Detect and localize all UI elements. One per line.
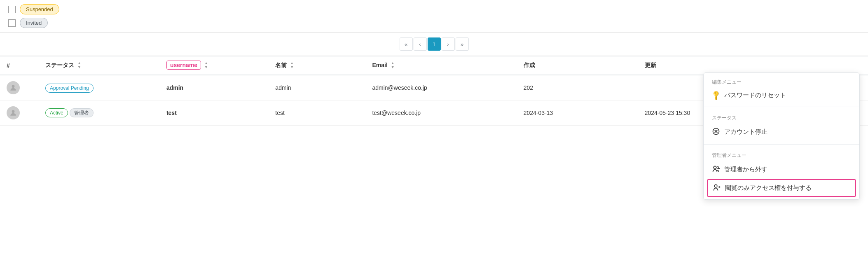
person-plus-icon [713, 183, 721, 193]
svg-point-5 [714, 166, 716, 169]
row1-username: admin [160, 75, 269, 100]
divider-1 [704, 107, 859, 107]
svg-point-7 [714, 185, 717, 187]
svg-point-1 [12, 110, 15, 113]
divider-2 [704, 144, 859, 145]
svg-point-0 [12, 85, 15, 88]
invited-filter-row: Invited [8, 18, 48, 28]
suspend-account-item[interactable]: アカウント停止 [704, 123, 859, 141]
pagination: « ‹ 1 › » [400, 37, 469, 51]
table-header-row: # ステータス ▲▼ username ▲▼ [0, 56, 868, 75]
avatar [7, 106, 20, 119]
key-icon: 🔑 [710, 90, 722, 101]
row2-created: 2024-03-13 [517, 100, 638, 125]
person-minus-icon [712, 165, 720, 174]
th-name: 名前 ▲▼ [269, 56, 365, 75]
suspended-badge: Suspended [20, 4, 59, 14]
status-section: ステータス アカウント停止 [704, 109, 859, 143]
th-hash: # [0, 56, 39, 75]
dropdown-menu: 編集メニュー 🔑 パスワードのリセット ステータス [703, 72, 860, 200]
reset-password-item[interactable]: 🔑 パスワードのリセット [704, 87, 859, 103]
row1-status: Approval Pending [39, 75, 160, 100]
suspended-filter-row: Suspended [8, 4, 59, 14]
invited-checkbox[interactable] [8, 19, 16, 27]
first-page-button[interactable]: « [400, 37, 413, 51]
suspended-checkbox[interactable] [8, 6, 16, 13]
row2-status: Active 管理者 [39, 100, 160, 125]
username-sort-icon[interactable]: ▲▼ [204, 61, 208, 70]
row1-email: admin@weseek.co.jp [365, 75, 517, 100]
row1-hash [0, 75, 39, 100]
email-sort-icon[interactable]: ▲▼ [391, 61, 395, 70]
invited-badge: Invited [20, 18, 48, 28]
th-status: ステータス ▲▼ [39, 56, 160, 75]
row2-email: test@weseek.co.jp [365, 100, 517, 125]
admin-section-label: 管理者メニュー [704, 150, 859, 161]
edit-section-label: 編集メニュー [704, 77, 859, 87]
th-email: Email ▲▼ [365, 56, 517, 75]
row2-hash [0, 100, 39, 125]
active-badge: Active [45, 108, 68, 117]
current-page-button[interactable]: 1 [428, 37, 441, 51]
status-sort-icon[interactable]: ▲▼ [77, 61, 81, 70]
remove-admin-item[interactable]: 管理者から外す [704, 161, 859, 178]
prev-page-button[interactable]: ‹ [414, 37, 427, 51]
status-section-label: ステータス [704, 113, 859, 123]
users-table-container: # ステータス ▲▼ username ▲▼ [0, 56, 868, 126]
approval-pending-badge: Approval Pending [45, 84, 94, 93]
th-updated: 更新 [638, 56, 795, 75]
next-page-button[interactable]: › [442, 37, 455, 51]
row1-created: 202 [517, 75, 638, 100]
th-action [795, 56, 868, 75]
admin-badge: 管理者 [70, 108, 94, 117]
grant-readonly-item[interactable]: 閲覧のみアクセス権を付与する [707, 179, 856, 197]
th-created: 作成 [517, 56, 638, 75]
admin-section: 管理者メニュー 管理者から外す [704, 146, 859, 199]
row2-name: test [269, 100, 365, 125]
circle-x-icon [712, 127, 720, 137]
avatar [7, 81, 20, 94]
th-username: username ▲▼ [160, 56, 269, 75]
pagination-area: « ‹ 1 › » [0, 33, 868, 56]
name-sort-icon[interactable]: ▲▼ [290, 61, 294, 70]
filter-area: Suspended Invited [0, 0, 868, 33]
last-page-button[interactable]: » [456, 37, 469, 51]
edit-section: 編集メニュー 🔑 パスワードのリセット [704, 73, 859, 105]
row1-name: admin [269, 75, 365, 100]
row2-username: test [160, 100, 269, 125]
